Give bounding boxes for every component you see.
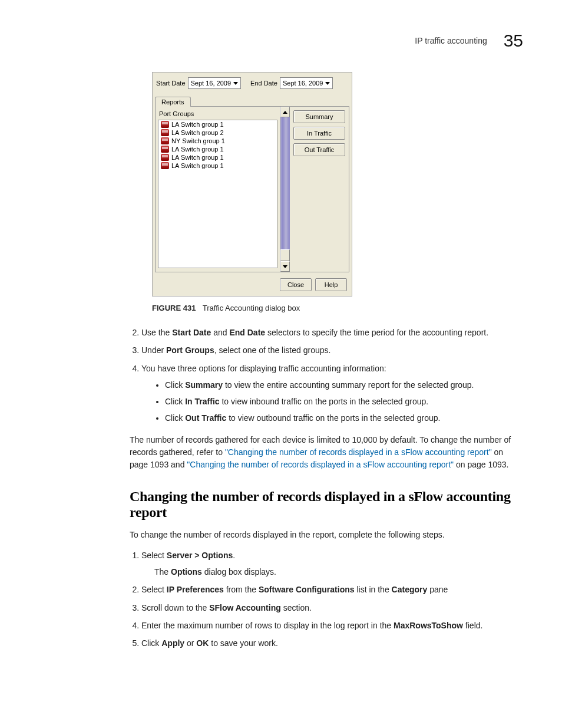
group-icon <box>161 137 169 144</box>
group-icon <box>161 154 169 161</box>
tab-strip: Reports <box>155 96 349 107</box>
link-change-records-1[interactable]: "Changing the number of records displaye… <box>225 447 492 457</box>
scroll-down-button[interactable] <box>280 261 290 272</box>
scrollbar[interactable] <box>280 107 290 272</box>
instruction-list-a: Use the Start Date and End Date selector… <box>130 327 523 424</box>
running-header: IP traffic accounting 35 <box>39 31 523 51</box>
list-item[interactable]: LA Switch group 1 <box>158 162 277 170</box>
bullet-out-traffic: Click Out Traffic to view outbound traff… <box>165 412 523 424</box>
end-date-selector[interactable]: Sept 16, 2009 <box>280 77 333 89</box>
step-3: Under Port Groups, select one of the lis… <box>141 344 523 356</box>
scroll-track[interactable] <box>280 117 290 261</box>
port-groups-header: Port Groups <box>158 109 277 120</box>
out-traffic-button[interactable]: Out Traffic <box>293 143 345 156</box>
caret-down-icon <box>233 82 238 85</box>
tab-reports[interactable]: Reports <box>155 97 191 107</box>
caret-down-icon <box>325 82 330 85</box>
group-icon <box>161 162 169 169</box>
step-4: You have three options for displaying tr… <box>141 363 523 424</box>
traffic-accounting-dialog: Start Date Sept 16, 2009 End Date Sept 1… <box>152 72 352 297</box>
link-change-records-2[interactable]: "Changing the number of records displaye… <box>187 460 454 469</box>
step-b5: Click Apply or OK to save your work. <box>141 637 523 649</box>
list-item[interactable]: NY Switch group 1 <box>158 137 277 145</box>
records-info-paragraph: The number of records gathered for each … <box>130 434 523 471</box>
list-item[interactable]: LA Switch group 1 <box>158 153 277 162</box>
section-heading: Changing the number of records displayed… <box>130 489 523 521</box>
scroll-thumb[interactable] <box>280 249 290 261</box>
step-b4: Enter the maximum number of rows to disp… <box>141 620 523 631</box>
scroll-up-button[interactable] <box>280 107 290 117</box>
group-icon <box>161 121 169 128</box>
list-item[interactable]: LA Switch group 1 <box>158 120 277 129</box>
step-b1: Select Server > Options. The Options dia… <box>141 549 523 578</box>
figure-text: Traffic Accounting dialog box <box>203 304 300 312</box>
bullet-in-traffic: Click In Traffic to view inbound traffic… <box>165 396 523 407</box>
close-button[interactable]: Close <box>280 278 312 291</box>
option-bullets: Click Summary to view the entire account… <box>141 379 523 424</box>
start-date-value: Sept 16, 2009 <box>191 80 232 87</box>
figure-label: FIGURE 431 <box>152 304 196 312</box>
start-date-label: Start Date <box>156 80 186 87</box>
step-b3: Scroll down to the SFlow Accounting sect… <box>141 602 523 614</box>
step-2: Use the Start Date and End Date selector… <box>141 327 523 338</box>
step-b2: Select IP Preferences from the Software … <box>141 584 523 595</box>
group-icon <box>161 146 169 153</box>
header-page-number: 35 <box>504 31 523 50</box>
header-section-name: IP traffic accounting <box>415 36 487 45</box>
port-groups-list[interactable]: LA Switch group 1 LA Switch group 2 NY S… <box>158 120 277 268</box>
end-date-label: End Date <box>250 80 277 87</box>
figure-caption: FIGURE 431 Traffic Accounting dialog box <box>152 304 523 312</box>
step-b1-sub: The Options dialog box displays. <box>154 566 523 578</box>
end-date-value: Sept 16, 2009 <box>283 80 323 87</box>
list-item[interactable]: LA Switch group 2 <box>158 129 277 137</box>
start-date-selector[interactable]: Sept 16, 2009 <box>188 77 242 89</box>
in-traffic-button[interactable]: In Traffic <box>293 127 345 140</box>
instruction-list-b: Select Server > Options. The Options dia… <box>130 549 523 650</box>
list-item[interactable]: LA Switch group 1 <box>158 145 277 153</box>
help-button[interactable]: Help <box>315 278 347 291</box>
bullet-summary: Click Summary to view the entire account… <box>165 379 523 391</box>
group-icon <box>161 129 169 136</box>
summary-button[interactable]: Summary <box>293 110 345 123</box>
section-intro: To change the number of records displaye… <box>130 529 523 541</box>
